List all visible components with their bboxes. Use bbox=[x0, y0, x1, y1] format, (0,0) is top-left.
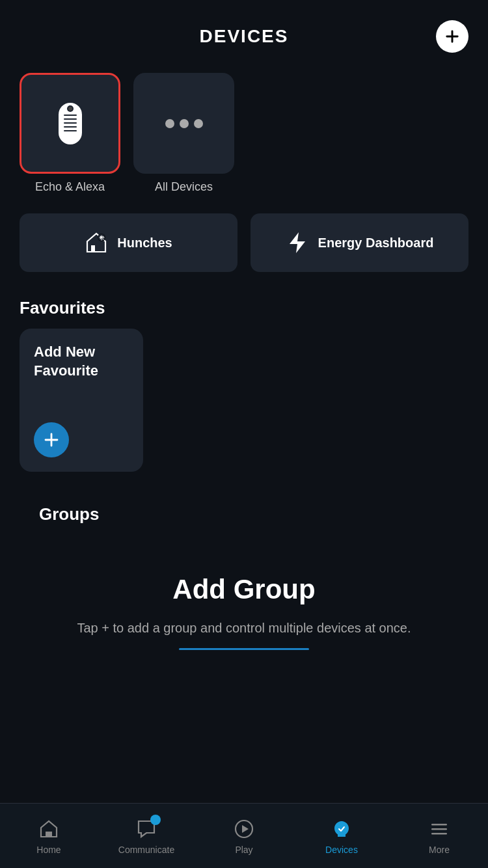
add-favourite-text: Add New Favourite bbox=[34, 343, 129, 380]
favourites-section: Favourites Add New Favourite bbox=[0, 285, 488, 485]
groups-section: Groups bbox=[0, 485, 488, 535]
favourites-grid: Add New Favourite bbox=[0, 329, 488, 485]
feature-buttons-row: Hunches Energy Dashboard bbox=[0, 200, 488, 285]
dots-icon bbox=[165, 119, 203, 128]
svg-point-10 bbox=[100, 236, 103, 239]
svg-rect-11 bbox=[46, 832, 52, 837]
groups-title: Groups bbox=[20, 491, 468, 535]
device-cards-row: Echo & Alexa All Devices bbox=[0, 60, 488, 200]
dot-2 bbox=[180, 119, 189, 128]
add-group-underline bbox=[179, 648, 309, 650]
add-group-section: Add Group Tap + to add a group and contr… bbox=[0, 535, 488, 676]
add-device-button[interactable] bbox=[436, 20, 468, 53]
hunches-label: Hunches bbox=[117, 236, 172, 251]
svg-rect-14 bbox=[431, 828, 447, 830]
svg-point-7 bbox=[68, 107, 72, 111]
communicate-badge bbox=[150, 815, 161, 825]
echo-alexa-label: Echo & Alexa bbox=[35, 180, 105, 194]
more-nav-label: More bbox=[429, 845, 450, 855]
energy-dashboard-label: Energy Dashboard bbox=[318, 236, 434, 251]
nav-item-home[interactable]: Home bbox=[0, 817, 98, 855]
nav-item-play[interactable]: Play bbox=[195, 817, 293, 855]
echo-device-icon bbox=[47, 101, 93, 146]
echo-alexa-wrapper: Echo & Alexa bbox=[20, 73, 120, 194]
echo-icon bbox=[53, 100, 87, 147]
svg-rect-3 bbox=[64, 122, 77, 124]
house-gear-icon bbox=[85, 231, 108, 254]
menu-icon bbox=[427, 817, 451, 841]
play-icon bbox=[232, 817, 256, 841]
nav-item-more[interactable]: More bbox=[390, 817, 488, 855]
chat-icon bbox=[135, 817, 158, 841]
play-nav-label: Play bbox=[235, 845, 252, 855]
energy-dashboard-button[interactable]: Energy Dashboard bbox=[251, 213, 468, 272]
hunches-button[interactable]: Hunches bbox=[20, 213, 237, 272]
devices-nav-label: Devices bbox=[325, 845, 358, 855]
svg-rect-15 bbox=[431, 833, 447, 835]
page-title: DEVICES bbox=[200, 26, 289, 47]
add-favourite-card[interactable]: Add New Favourite bbox=[20, 329, 143, 472]
dot-1 bbox=[165, 119, 174, 128]
svg-rect-1 bbox=[64, 115, 77, 116]
plus-circle-icon bbox=[42, 430, 61, 450]
communicate-nav-label: Communicate bbox=[118, 845, 174, 855]
dot-3 bbox=[194, 119, 203, 128]
svg-rect-5 bbox=[64, 130, 77, 131]
favourites-title: Favourites bbox=[0, 285, 488, 329]
nav-item-devices[interactable]: Devices bbox=[293, 817, 390, 855]
svg-rect-13 bbox=[431, 824, 447, 826]
echo-alexa-card[interactable] bbox=[20, 73, 120, 174]
all-devices-wrapper: All Devices bbox=[133, 73, 234, 194]
svg-rect-2 bbox=[64, 118, 77, 120]
add-group-title: Add Group bbox=[39, 574, 449, 605]
bottom-navigation: Home Communicate Play Devices bbox=[0, 803, 488, 868]
add-favourite-circle bbox=[34, 422, 69, 457]
home-nav-label: Home bbox=[36, 845, 61, 855]
all-devices-card[interactable] bbox=[133, 73, 234, 174]
svg-rect-4 bbox=[64, 126, 77, 128]
add-group-description: Tap + to add a group and control multipl… bbox=[39, 618, 449, 638]
all-devices-label: All Devices bbox=[155, 180, 213, 194]
all-devices-icon bbox=[161, 101, 207, 146]
lightning-icon bbox=[286, 231, 309, 254]
devices-icon bbox=[330, 817, 353, 841]
header: DEVICES bbox=[0, 0, 488, 60]
nav-item-communicate[interactable]: Communicate bbox=[98, 817, 195, 855]
home-icon bbox=[37, 817, 61, 841]
plus-icon bbox=[443, 27, 461, 46]
